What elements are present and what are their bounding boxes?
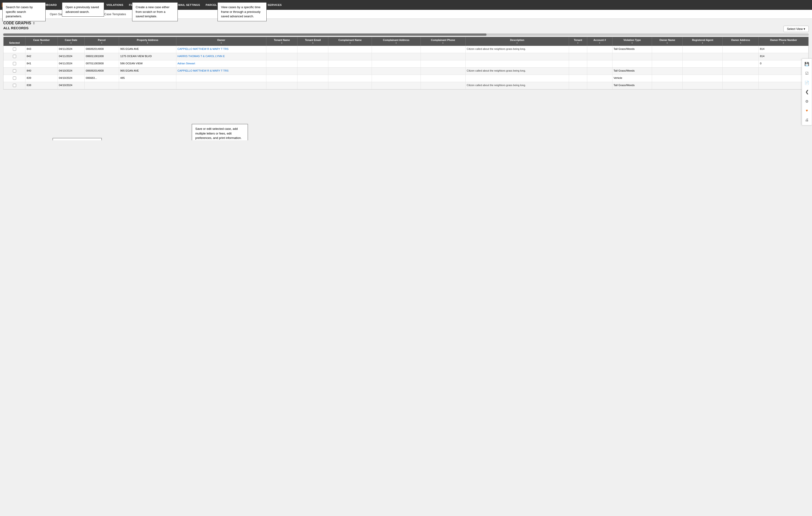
row-checkbox[interactable] (13, 84, 16, 87)
file-icon[interactable]: 📄 (803, 79, 811, 86)
cell-violation-type (612, 60, 652, 67)
cell-parcel: 007011003000 (84, 60, 119, 67)
cell-complainant-address (372, 60, 421, 67)
cell-tenant (569, 46, 587, 53)
table-row[interactable]: 84004/10/2024006092014000965 EGAN AVECAP… (3, 67, 809, 75)
cell-tenant (569, 82, 587, 89)
cell-owner-name (652, 46, 683, 53)
tooltip-search: Search for cases by specific search para… (2, 2, 46, 21)
sub-title: ALL RECORDS (3, 26, 29, 30)
print-icon[interactable]: 🖨 (803, 116, 811, 124)
cell-selected[interactable] (3, 75, 26, 82)
cell-tenant-name (266, 82, 297, 89)
save-icon[interactable]: 💾 (803, 60, 811, 67)
col-complainant-phone[interactable]: Complainant Phone ⇕ (420, 37, 465, 46)
cell-property-address: 965 EGAN AVE (119, 67, 176, 75)
cell-registered-agent (683, 53, 723, 60)
col-complainant-name[interactable]: Complainant Name ⇕ (328, 37, 372, 46)
collapse-icon[interactable]: ❮ (803, 88, 811, 96)
cell-owner (176, 82, 266, 89)
nav-item-violations[interactable]: VIOLATIONS (104, 0, 126, 10)
cell-owner-phone (759, 67, 809, 75)
cell-tenant-name (266, 67, 297, 75)
cell-complainant-phone (420, 75, 465, 82)
cell-owner-name (652, 67, 683, 75)
cell-selected[interactable] (3, 53, 26, 60)
col-complainant-address[interactable]: Complainant Address ⇕ (372, 37, 421, 46)
col-registered-agent[interactable]: Registered Agent ⇕ (683, 37, 723, 46)
cell-description (465, 75, 569, 82)
col-property-address[interactable]: Property Address ⇕ (119, 37, 176, 46)
check-icon[interactable]: ☑ (803, 69, 811, 77)
col-tenant-name[interactable]: Tenant Name ⇕ (266, 37, 297, 46)
cell-selected[interactable] (3, 46, 26, 53)
cell-property-address: 965 EGAN AVE (119, 46, 176, 53)
table-row[interactable]: 84204/11/20240060110010001275 OCEAN VIEW… (3, 53, 809, 60)
table-row[interactable]: 84304/11/2024006092014000965 EGAN AVECAP… (3, 46, 809, 53)
cell-tenant-name (266, 60, 297, 67)
col-owner-address[interactable]: Owner Address ⇕ (723, 37, 759, 46)
cell-owner-name (652, 60, 683, 67)
favorite-icon[interactable]: ♥ (803, 107, 811, 114)
horizontal-scrollbar[interactable] (3, 33, 809, 36)
cell-tenant (569, 67, 587, 75)
cell-tenant-email (297, 60, 328, 67)
cell-violation-type (612, 53, 652, 60)
page-header: CODE GRAPHS ⇕ (3, 21, 809, 25)
tooltip-new-case: Create a new case either from scratch or… (132, 2, 178, 21)
cell-violation-type: Tall Grass/Weeds (612, 67, 652, 75)
sub-nav: Main Advanced Search Open Saved Search N… (0, 10, 812, 19)
table-row[interactable]: 83904/10/2024006683...485Vehicle (3, 75, 809, 82)
page-title: CODE GRAPHS (3, 21, 31, 25)
cell-case-number: 841 (26, 60, 58, 67)
cell-selected[interactable] (3, 60, 26, 67)
cell-owner-phone: 814 (759, 46, 809, 53)
row-checkbox[interactable] (13, 77, 16, 80)
cell-selected[interactable] (3, 82, 26, 89)
cell-case-number: 843 (26, 46, 58, 53)
tooltip-view-cases: View cases by a specific time frame or t… (218, 2, 267, 21)
table-row[interactable]: 83804/10/2024Citizen called about the ne… (3, 82, 809, 89)
sub-nav-case-templates[interactable]: Case Templates (101, 10, 129, 19)
cell-owner-address (723, 75, 759, 82)
col-account[interactable]: Account # ⇕ (587, 37, 612, 46)
cell-account (587, 46, 612, 53)
row-checkbox[interactable] (13, 48, 16, 51)
cell-selected[interactable] (3, 67, 26, 75)
col-tenant-email[interactable]: Tenant Email ⇕ (297, 37, 328, 46)
cell-tenant (569, 53, 587, 60)
table-row[interactable]: 84104/11/2024007011003000586 OCEAN VIEWA… (3, 60, 809, 67)
col-parcel[interactable]: Parcel ⇕ (84, 37, 119, 46)
cell-complainant-name (328, 75, 372, 82)
cell-case-number: 839 (26, 75, 58, 82)
cell-case-date: 04/11/2024 (58, 46, 84, 53)
col-violation-type[interactable]: Violation Type ⇕ (612, 37, 652, 46)
col-description[interactable]: Description ⇕ (465, 37, 569, 46)
col-case-number[interactable]: Case Number ⇕ (26, 37, 58, 46)
cell-complainant-phone (420, 67, 465, 75)
select-view-button[interactable]: Select View ▾ (783, 26, 809, 32)
cell-case-number: 838 (26, 82, 58, 89)
row-checkbox[interactable] (13, 62, 16, 65)
nav-item-email-settings[interactable]: EMAIL SETTINGS (174, 0, 203, 10)
cell-description (465, 53, 569, 60)
tooltip-click-row: Click on the row of a case to open the C… (53, 138, 102, 140)
cell-complainant-name (328, 46, 372, 53)
cell-case-date: 04/10/2024 (58, 75, 84, 82)
cell-complainant-phone (420, 46, 465, 53)
cell-tenant-email (297, 53, 328, 60)
col-case-date[interactable]: Case Date ⇕ (58, 37, 84, 46)
row-checkbox[interactable] (13, 55, 16, 58)
cell-owner-name (652, 82, 683, 89)
sort-icon[interactable]: ⇕ (32, 21, 35, 25)
col-owner-phone[interactable]: Owner Phone Number ⇕ (759, 37, 809, 46)
cell-owner (176, 75, 266, 82)
row-checkbox[interactable] (13, 69, 16, 73)
settings-icon[interactable]: ⚙ (803, 97, 811, 105)
col-owner[interactable]: Owner ⇕ (176, 37, 266, 46)
cell-tenant-email (297, 67, 328, 75)
col-owner-name[interactable]: Owner Name ⇕ (652, 37, 683, 46)
cell-complainant-name (328, 53, 372, 60)
col-tenant[interactable]: Tenant ⇕ (569, 37, 587, 46)
cell-case-number: 840 (26, 67, 58, 75)
